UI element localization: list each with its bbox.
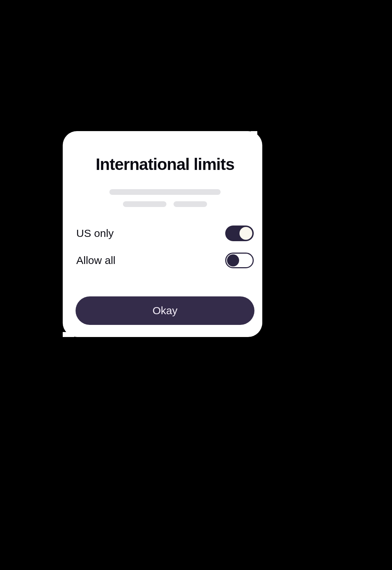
card-stack-shadow: [251, 131, 257, 136]
placeholder-line: [123, 201, 166, 207]
international-limits-dialog: International limits US only Allow all: [68, 135, 262, 336]
allow-all-toggle[interactable]: [225, 253, 254, 268]
option-allow-all: Allow all: [76, 253, 254, 268]
placeholder-line: [109, 189, 221, 195]
okay-button[interactable]: Okay: [76, 296, 254, 325]
toggle-knob: [227, 254, 239, 266]
description-placeholder: [76, 189, 254, 207]
placeholder-line: [123, 201, 207, 207]
option-label: US only: [76, 227, 114, 239]
placeholder-line: [174, 201, 207, 207]
page-background: International limits US only Allow all: [0, 0, 332, 467]
dialog-title: International limits: [76, 155, 254, 173]
toggle-knob: [239, 227, 252, 240]
us-only-toggle[interactable]: [225, 226, 254, 241]
option-us-only: US only: [76, 226, 254, 241]
okay-button-label: Okay: [153, 305, 177, 317]
options-list: US only Allow all: [76, 226, 254, 268]
option-label: Allow all: [76, 254, 115, 266]
